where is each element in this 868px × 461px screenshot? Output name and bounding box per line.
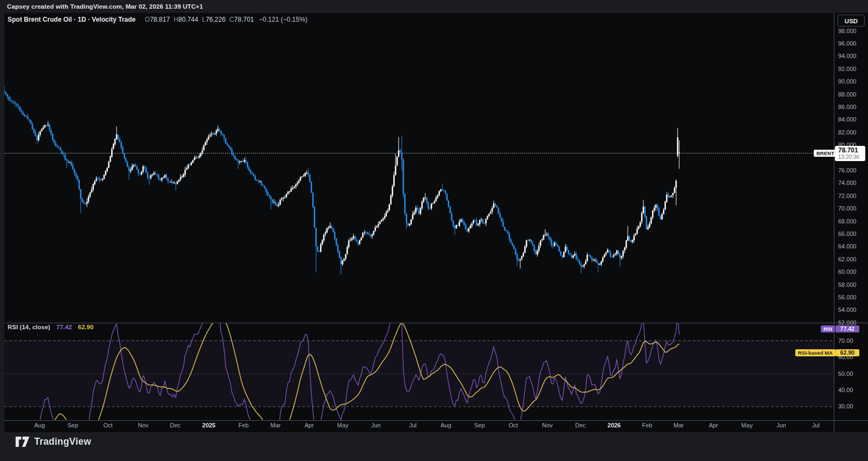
rsi-ma-value-label: 62.90 [835, 349, 859, 356]
time-tick: Aug [441, 422, 451, 428]
open-label: O [145, 16, 150, 23]
close-value: 78.701 [234, 16, 254, 23]
price-tick: 92.000 [838, 66, 857, 72]
price-tick: 70.000 [838, 205, 857, 212]
open-value: 78.817 [150, 16, 170, 23]
time-tick: Feb [642, 422, 653, 428]
rsi-value-label: 77.42 [835, 325, 859, 332]
price-tick: 94.000 [838, 53, 857, 59]
last-price-label: 78.701 13:20:36 [835, 146, 865, 161]
price-tick: 86.000 [838, 104, 857, 110]
currency-button[interactable]: USD [838, 15, 865, 27]
time-tick: Dec [575, 422, 586, 428]
price-tick: 58.000 [838, 281, 857, 288]
time-tick: Sep [474, 422, 485, 428]
time-tick: Jul [812, 422, 820, 428]
rsi-tick: 40.00 [838, 387, 853, 393]
low-value: 76.226 [206, 16, 226, 23]
price-tick: 84.000 [838, 116, 857, 123]
attribution-text: Capsey created with TradingView.com, Mar… [7, 0, 203, 13]
time-tick: Sep [67, 422, 78, 428]
symbol-title: Spot Brent Crude Oil · 1D · Velocity Tra… [8, 16, 136, 23]
price-tick: 68.000 [838, 218, 857, 225]
symbol-price-tag: BRENT [814, 150, 837, 157]
change-value: −0.121 (−0.15%) [259, 16, 307, 23]
rsi-ma-legend-value: 62.90 [78, 324, 94, 330]
high-value: 80.744 [178, 16, 199, 23]
high-label: H [174, 16, 178, 23]
rsi-tick: 30.00 [838, 403, 853, 409]
rsi-legend[interactable]: RSI (14, close) 77.42 62.90 [8, 324, 94, 330]
rsi-tick: 50.00 [838, 370, 853, 377]
price-tick: 72.000 [838, 193, 857, 199]
rsi-title: RSI (14, close) [8, 324, 50, 330]
last-price-value: 78.701 [838, 147, 865, 154]
price-tick: 88.000 [838, 91, 857, 98]
time-tick: Aug [34, 422, 45, 428]
chart-window: Capsey created with TradingView.com, Mar… [0, 0, 868, 461]
rsi-legend-value: 77.42 [56, 324, 72, 330]
price-tick: 90.000 [838, 78, 857, 85]
price-tick: 82.000 [838, 129, 857, 136]
tradingview-logo-icon [15, 436, 30, 447]
rsi-tick: 70.00 [838, 337, 853, 344]
close-label: C [229, 16, 234, 23]
price-tick: 62.000 [838, 256, 857, 262]
time-tick: Feb [239, 422, 249, 428]
price-tick: 60.000 [838, 268, 857, 275]
price-tick: 52.000 [838, 319, 857, 326]
time-tick: 2025 [202, 422, 215, 428]
time-tick: May [742, 422, 753, 428]
price-tick: 56.000 [838, 294, 857, 300]
price-tick: 74.000 [838, 180, 857, 186]
time-tick: Jul [409, 422, 417, 428]
time-tick: Jun [776, 422, 786, 428]
price-tick: 96.000 [838, 40, 857, 47]
time-tick: Jun [371, 422, 381, 428]
tradingview-logo-text: TradingView [34, 436, 91, 447]
time-tick: May [337, 422, 349, 428]
price-tick: 98.000 [838, 28, 857, 34]
time-tick: 2026 [608, 422, 621, 428]
price-tick: 64.000 [838, 243, 857, 249]
time-tick: Oct [508, 422, 518, 428]
bar-countdown: 13:20:36 [838, 154, 865, 160]
time-tick: Mar [674, 422, 684, 428]
price-tick: 54.000 [838, 306, 857, 313]
time-tick: Apr [709, 422, 718, 428]
price-tick: 76.000 [838, 167, 857, 174]
price-tick: 66.000 [838, 230, 857, 237]
time-tick: Nov [138, 422, 149, 428]
chart-canvas[interactable] [0, 0, 868, 461]
tradingview-logo[interactable]: TradingView [15, 436, 91, 447]
rsi-ma-tag: RSI-based MA [795, 349, 835, 356]
rsi-line-tag: RSI [821, 325, 835, 332]
time-tick: Nov [542, 422, 553, 428]
time-tick: Oct [103, 422, 112, 428]
time-tick: Apr [304, 422, 314, 428]
time-tick: Dec [170, 422, 181, 428]
symbol-header[interactable]: Spot Brent Crude Oil · 1D · Velocity Tra… [8, 16, 308, 23]
time-tick: Mar [271, 422, 281, 428]
